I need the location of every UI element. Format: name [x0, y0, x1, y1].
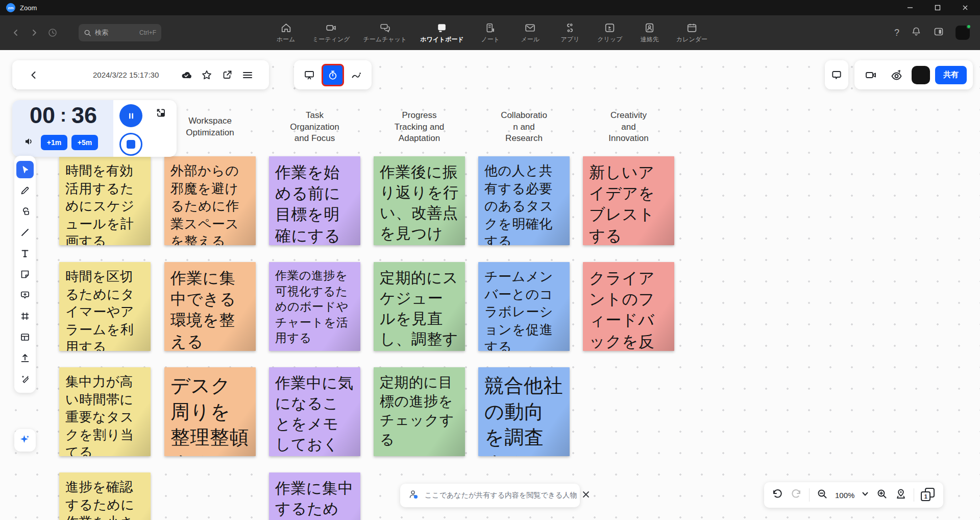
sticky-note[interactable]: 進捗を確認するために作業を小さなタス: [59, 472, 151, 520]
board-tools-secondary: [294, 60, 372, 89]
nav-item-calendar[interactable]: カレンダー: [676, 22, 707, 44]
sticky-note-icon: [19, 269, 31, 280]
board-toolbar: 2024/3/22 15:17:30: [12, 60, 269, 89]
nav-forward-button[interactable]: [28, 26, 41, 39]
export-icon[interactable]: [217, 65, 237, 85]
board-back-button[interactable]: [23, 65, 44, 85]
banner-close-icon[interactable]: [582, 490, 590, 501]
sticky-note-tool[interactable]: [16, 266, 34, 283]
picture-in-picture-icon[interactable]: [155, 107, 166, 121]
nav-item-apps[interactable]: アプリ: [557, 22, 583, 44]
sticky-note[interactable]: 作業中に気になることをメモしておく: [269, 367, 360, 456]
redo-button[interactable]: [790, 488, 802, 502]
stopwatch-icon: [327, 69, 339, 81]
nav-item-clips[interactable]: クリップ: [597, 22, 623, 44]
cloud-saved-icon[interactable]: [176, 65, 197, 85]
nav-item-team-chat[interactable]: チームチャット: [363, 22, 407, 44]
side-panel-toggle-icon[interactable]: [933, 26, 944, 39]
menu-hamburger-icon[interactable]: [237, 65, 258, 85]
user-avatar[interactable]: [955, 26, 970, 40]
select-tool[interactable]: [16, 161, 34, 178]
online-status-dot: [966, 24, 971, 29]
search-input[interactable]: 検索 Ctrl+F: [79, 24, 161, 41]
timer-sound-icon[interactable]: [23, 136, 35, 149]
sticky-note[interactable]: 作業後に振り返りを行い、改善点を見つける: [374, 156, 465, 245]
home-icon: [280, 22, 292, 34]
notifications-bell-icon[interactable]: [911, 26, 922, 39]
undo-button[interactable]: [771, 488, 783, 502]
close-button[interactable]: [962, 4, 969, 11]
sticky-note[interactable]: 作業に集中できる環境を整える: [164, 262, 256, 351]
zoom-level-value[interactable]: 100%: [835, 491, 854, 500]
timer-pause-button[interactable]: [119, 104, 142, 127]
sticky-note[interactable]: 時間を有効活用するためにスケジュールを計画する: [59, 156, 151, 245]
line-tool[interactable]: [16, 224, 34, 241]
shapes-tool[interactable]: [16, 203, 34, 220]
sticky-note[interactable]: 競合他社の動向を調査する: [478, 367, 570, 456]
sticky-note[interactable]: デスク周りを整理整頓する: [164, 367, 256, 456]
sticky-note[interactable]: 集中力が高い時間帯に重要なタスクを割り当てる: [59, 367, 151, 456]
nav-item-meetings[interactable]: ミーティング: [312, 22, 350, 44]
present-screen-icon[interactable]: [299, 65, 320, 85]
pen-icon: [19, 185, 31, 196]
sticky-note[interactable]: 定期的に目標の進捗をチェックする: [374, 367, 465, 456]
follow-presence-icon[interactable]: [886, 65, 906, 85]
start-video-icon[interactable]: [861, 65, 881, 85]
frame-icon: [19, 311, 31, 322]
column-header[interactable]: Collaboratio n and Research: [478, 105, 570, 150]
window-titlebar: zm Zoom: [0, 0, 980, 15]
text-tool[interactable]: [16, 245, 34, 262]
sticky-note[interactable]: 時間を区切るためにタイマーやアラームを利用する: [59, 262, 151, 351]
comment-plus-icon: [19, 290, 31, 301]
timer-add-1m-button[interactable]: +1m: [41, 135, 67, 150]
laser-pointer-icon[interactable]: [346, 65, 366, 85]
upload-tool[interactable]: [16, 349, 34, 367]
sticky-note[interactable]: 作業の進捗を可視化するためのボードやチャートを活用する: [269, 262, 360, 351]
history-icon[interactable]: [46, 26, 59, 39]
sticky-note[interactable]: 他の人と共有する必要のあるタスクを明確化する: [478, 156, 570, 245]
nav-item-contacts[interactable]: 連絡先: [636, 22, 663, 44]
sticky-note[interactable]: 作業を始める前に目標を明確にする: [269, 156, 360, 245]
timer-stop-button[interactable]: [119, 133, 142, 156]
stop-icon: [127, 140, 135, 149]
sticky-note[interactable]: 定期的にスケジュールを見直し、調整する: [374, 262, 465, 351]
column-header[interactable]: Task Organization and Focus: [269, 105, 360, 150]
nav-item-notes[interactable]: ノート: [477, 22, 504, 44]
minimize-button[interactable]: [906, 4, 914, 11]
pages-button[interactable]: 1: [921, 488, 936, 502]
timer-button-highlighted[interactable]: [322, 64, 344, 86]
clips-icon: [604, 22, 616, 34]
column-header[interactable]: Workspace Optimization: [164, 105, 256, 150]
zoom-out-button[interactable]: [816, 488, 828, 502]
ai-sparkle-icon[interactable]: [19, 433, 31, 447]
nav-item-mail[interactable]: メール: [517, 22, 544, 44]
comment-bubble-icon[interactable]: [826, 65, 847, 85]
zoom-chevron-down-icon[interactable]: [861, 490, 869, 500]
sticky-note[interactable]: 作業に集中するために通知をオフ: [269, 472, 360, 520]
sticky-note[interactable]: クライアントのフィードバックを反映させる: [583, 262, 674, 351]
apps-icon: [564, 22, 576, 34]
column-header[interactable]: Creativity and Innovation: [583, 105, 674, 150]
nav-back-button[interactable]: [9, 26, 22, 39]
sticky-note[interactable]: チームメンバーとのコラボレーションを促進する: [478, 262, 570, 351]
timer-digits: 00:36: [22, 102, 104, 129]
nav-item-whiteboard[interactable]: ホワイトボード: [420, 22, 464, 44]
share-button[interactable]: 共有: [935, 66, 967, 84]
magic-tools[interactable]: [16, 370, 34, 388]
column-header[interactable]: Progress Tracking and Adaptation: [374, 105, 465, 150]
pen-tool[interactable]: [16, 182, 34, 199]
timer-add-5m-button[interactable]: +5m: [71, 135, 98, 150]
sticky-note[interactable]: 外部からの邪魔を避けるために作業スペースを整える: [164, 156, 256, 245]
nav-item-home[interactable]: ホーム: [273, 22, 299, 44]
maximize-button[interactable]: [934, 4, 941, 11]
help-button[interactable]: ?: [894, 28, 899, 38]
template-tool[interactable]: [16, 328, 34, 346]
star-favorite-icon[interactable]: [197, 65, 217, 85]
frame-tool[interactable]: [16, 308, 34, 325]
minimap-button[interactable]: [895, 488, 907, 502]
comment-tool[interactable]: [16, 287, 34, 304]
sticky-note[interactable]: 新しいアイデアをブレストする: [583, 156, 674, 245]
zoom-in-button[interactable]: [876, 488, 888, 502]
board-user-avatar[interactable]: [912, 66, 930, 84]
chat-bubbles-icon: [379, 22, 391, 34]
